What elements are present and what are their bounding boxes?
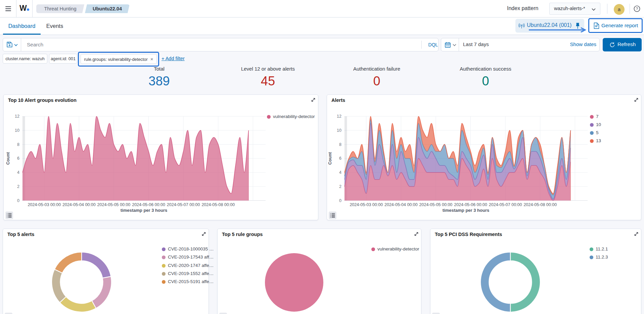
x-axis-title: timestamp per 3 hours: [121, 208, 167, 213]
legend-toggle-button[interactable]: [329, 211, 336, 219]
chart-legend: 11.2.111.2.3: [590, 246, 643, 263]
divider: [459, 38, 459, 51]
add-filter-link[interactable]: + Add filter: [162, 56, 185, 61]
legend-toggle-button[interactable]: [432, 313, 440, 314]
legend-item[interactable]: 7: [590, 114, 599, 120]
agent-pill-label: Ubuntu22.04 (001): [527, 22, 571, 28]
legend-item[interactable]: vulnerability-detector: [267, 114, 315, 120]
x-tick-label: 2024-05-03 00:00: [28, 202, 61, 207]
pie-slice[interactable]: [82, 252, 111, 278]
index-pattern-select[interactable]: wazuh-alerts-*: [549, 3, 600, 15]
tab-events[interactable]: Events: [44, 17, 66, 35]
filter-pill-agent[interactable]: agent.id: 001: [49, 54, 77, 64]
remove-filter-icon[interactable]: ×: [150, 54, 153, 64]
index-pattern-label: Index pattern: [507, 5, 538, 11]
stat-level12[interactable]: Level 12 or above alerts 45: [214, 66, 322, 89]
pie-slice[interactable]: [510, 252, 540, 312]
y-tick-label: 2: [17, 184, 19, 189]
stat-total[interactable]: Total 389: [105, 66, 214, 89]
pie-slice[interactable]: [54, 252, 82, 273]
avatar[interactable]: a: [614, 4, 625, 15]
legend-item[interactable]: 5: [590, 130, 599, 136]
y-tick-label: 12: [15, 114, 19, 119]
chevron-down-icon: [452, 43, 457, 47]
pie-slice[interactable]: [60, 297, 96, 312]
panel-alerts-evolution: Alerts 0246810122024-05-03 00:002024-05-…: [327, 94, 641, 220]
chevron-down-icon: [14, 43, 18, 47]
stat-value: 45: [214, 74, 322, 88]
legend-item[interactable]: CVE-2019-17543 aff…: [162, 254, 214, 261]
y-axis-title: Count: [5, 152, 10, 165]
saved-queries-button[interactable]: [3, 38, 21, 51]
wazuh-logo[interactable]: W.: [19, 4, 31, 13]
stat-value: 0: [322, 74, 431, 88]
stat-label: Authentication success: [431, 66, 540, 73]
pin-icon[interactable]: [576, 23, 580, 29]
tab-dashboard[interactable]: Dashboard: [3, 17, 41, 35]
refresh-button[interactable]: Refresh: [603, 38, 642, 51]
stat-label: Authentication failure: [322, 66, 431, 73]
chart-legend: vulnerability-detector: [371, 246, 425, 254]
legend-label: CVE-2020-1747 affe…: [168, 263, 214, 268]
panel-top5-pci-dss: Top 5 PCI DSS Requirements 11.2.111.2.3: [430, 229, 641, 314]
legend-dot: [590, 115, 594, 119]
calendar-dropdown-button[interactable]: [441, 38, 459, 51]
x-tick-label: 2024-05-07 00:00: [167, 202, 200, 207]
filter-pill-cluster[interactable]: cluster.name: wazuh: [3, 54, 47, 64]
breadcrumb-agent[interactable]: Ubuntu22.04: [85, 4, 130, 13]
stat-auth-success[interactable]: Authentication success 0: [431, 66, 540, 89]
legend-dot: [162, 256, 166, 259]
legend-label: 11.2.1: [596, 246, 608, 251]
stat-label: Level 12 or above alerts: [214, 66, 322, 73]
pie-slice[interactable]: [52, 269, 66, 303]
legend-item[interactable]: CVE-2015-5191 affe…: [162, 279, 214, 285]
legend-item[interactable]: 11.2.1: [590, 246, 608, 253]
legend-item[interactable]: CVE-2020-1747 affe…: [162, 263, 214, 269]
legend-label: 13: [596, 138, 601, 143]
save-icon: [7, 42, 12, 47]
chart-legend: 710513: [590, 114, 644, 146]
panel-alert-groups-evolution: Top 10 Alert groups evolution 0246810122…: [3, 94, 318, 220]
header-divider: [630, 4, 630, 14]
search-input[interactable]: [21, 38, 418, 51]
stats-row: Total 389 Level 12 or above alerts 45 Au…: [105, 66, 540, 89]
legend-dot: [590, 139, 594, 143]
filter-pill-rule-groups[interactable]: rule.groups: vulnerability-detector×: [81, 54, 157, 64]
legend-label: CVE-2018-1000035 …: [168, 246, 214, 251]
date-range-value[interactable]: Last 7 days: [463, 41, 489, 47]
x-axis-title: timestamp per 3 hours: [443, 208, 489, 213]
breadcrumb-threat-hunting[interactable]: Threat Hunting: [36, 4, 84, 13]
show-dates-button[interactable]: Show dates: [570, 41, 596, 47]
chart-legend: CVE-2018-1000035 …CVE-2019-17543 aff…CVE…: [162, 246, 216, 287]
legend-toggle-button[interactable]: [5, 211, 13, 219]
y-tick-label: 0: [339, 198, 341, 203]
legend-toggle-button[interactable]: [5, 313, 12, 314]
legend-toggle-button[interactable]: [219, 313, 227, 314]
agent-pill[interactable]: Ubuntu22.04 (001): [515, 19, 584, 33]
legend-item[interactable]: CVE-2019-1552 affe…: [162, 271, 214, 277]
svg-text:?: ?: [636, 7, 638, 11]
x-tick-label: 2024-05-08 00:00: [523, 202, 557, 207]
stat-value: 0: [431, 74, 540, 88]
y-tick-label: 2: [339, 184, 341, 189]
stat-auth-failure[interactable]: Authentication failure 0: [322, 66, 431, 89]
legend-label: vulnerability-detector: [377, 246, 419, 251]
search-bar: DQL: [3, 38, 439, 51]
menu-icon[interactable]: [5, 6, 11, 12]
x-tick-label: 2024-05-06 00:00: [132, 202, 165, 207]
legend-item[interactable]: 11.2.3: [590, 254, 608, 261]
generate-report-button[interactable]: Generate report: [589, 19, 642, 32]
y-tick-label: 12: [337, 114, 341, 119]
legend-item[interactable]: 10: [590, 122, 601, 128]
legend-item[interactable]: CVE-2018-1000035 …: [162, 246, 214, 253]
dql-button[interactable]: DQL: [425, 38, 442, 51]
legend-item[interactable]: 13: [590, 138, 601, 145]
legend-dot: [267, 115, 271, 119]
pie-slice[interactable]: [480, 252, 510, 312]
panel-top5-alerts: Top 5 alerts CVE-2018-1000035 …CVE-2019-…: [3, 229, 209, 314]
help-icon[interactable]: ?: [633, 5, 641, 12]
legend-item[interactable]: vulnerability-detector: [371, 246, 419, 253]
pie-slice[interactable]: [92, 276, 111, 308]
y-tick-label: 4: [17, 170, 19, 175]
divider: [421, 41, 422, 49]
